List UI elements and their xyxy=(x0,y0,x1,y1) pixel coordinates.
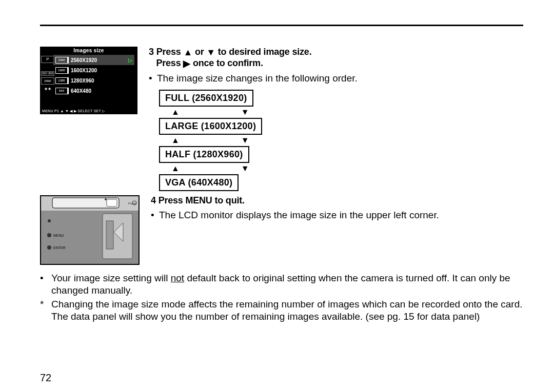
size-half: HALF (1280X960) xyxy=(159,146,249,163)
lcd-item-1600: 16001600X1200 xyxy=(53,65,134,75)
down-triangle-icon: ▼ xyxy=(241,108,249,117)
footer-notes: • Your image size setting will not defau… xyxy=(40,272,523,323)
lcd-list: 25602560X1920▷ 16001600X1200 12801280X96… xyxy=(53,55,134,96)
up-triangle-icon: ▲ xyxy=(171,164,180,173)
down-triangle-icon: ▼ xyxy=(206,47,215,58)
lcd-note: •The LCD monitor displays the image size… xyxy=(151,209,523,221)
svg-text:MENU: MENU xyxy=(53,234,64,237)
step-3-heading: 3 Press ▲ or ▼ to desired image size. Pr… xyxy=(149,47,523,69)
order-note: •The image size changes in the following… xyxy=(149,72,523,85)
svg-point-11 xyxy=(47,245,51,250)
svg-point-8 xyxy=(48,219,51,222)
size-full: FULL (2560X1920) xyxy=(159,90,253,107)
lcd-footer: MENU P1 ▲ ▼ ◀ ▶ SELECT SET ▷ xyxy=(42,109,105,113)
lcd-title: Images size xyxy=(40,47,137,53)
up-triangle-icon: ▲ xyxy=(171,108,180,117)
lcd-item-640: 640640X480 xyxy=(53,86,134,96)
lcd-left-icons: P ISO 200 2560 ★★ xyxy=(41,56,54,94)
size-large: LARGE (1600X1200) xyxy=(159,118,262,135)
svg-rect-3 xyxy=(107,199,117,207)
svg-point-13 xyxy=(105,198,107,200)
lcd-item-1280: 12801280X960 xyxy=(53,75,134,86)
lcd-preview: Images size P ISO 200 2560 ★★ 25602560X1… xyxy=(40,47,137,114)
size-vga: VGA (640X480) xyxy=(159,174,239,191)
up-triangle-icon: ▲ xyxy=(183,47,192,58)
page-number: 72 xyxy=(40,372,51,384)
down-triangle-icon: ▼ xyxy=(241,164,249,173)
camera-back-thumb: Power MENU ENTER xyxy=(40,195,140,265)
down-triangle-icon: ▼ xyxy=(241,136,249,145)
step-4-heading: 4 Press MENU to quit. xyxy=(151,195,523,206)
top-rule xyxy=(40,25,523,26)
up-triangle-icon: ▲ xyxy=(171,136,180,145)
right-triangle-icon: ▶ xyxy=(183,58,190,69)
lcd-item-2560: 25602560X1920▷ xyxy=(53,55,134,65)
svg-rect-7 xyxy=(106,221,113,249)
svg-point-9 xyxy=(47,233,51,237)
size-ladder: FULL (2560X1920) ▲▼ LARGE (1600X1200) ▲▼… xyxy=(159,90,523,191)
svg-text:ENTER: ENTER xyxy=(53,246,66,250)
